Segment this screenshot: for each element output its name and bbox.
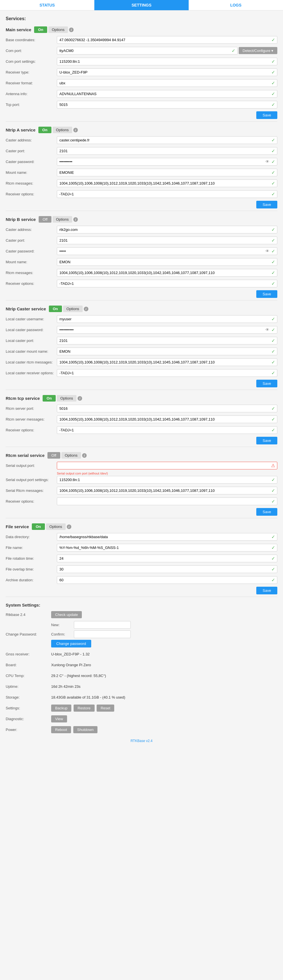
rtcm-tcp-options-button[interactable]: Options bbox=[57, 395, 77, 401]
serial-rtcm-messages-input[interactable] bbox=[57, 487, 277, 495]
confirm-password-input[interactable] bbox=[74, 630, 131, 638]
main-service-info-icon[interactable]: i bbox=[69, 27, 74, 32]
ntrip-b-info-icon[interactable]: i bbox=[73, 217, 78, 222]
local-caster-port-input[interactable] bbox=[57, 337, 277, 344]
restore-button[interactable]: Restore bbox=[74, 705, 94, 712]
local-caster-port-label: Local caster port: bbox=[6, 339, 57, 343]
ntrip-a-options-button[interactable]: Options bbox=[53, 127, 72, 133]
tab-settings[interactable]: SETTINGS bbox=[94, 0, 189, 10]
detect-configure-button[interactable]: Detect/Configure ▾ bbox=[239, 47, 277, 54]
serial-rtcm-messages-input-wrap: ✓ bbox=[57, 487, 277, 495]
ntrip-a-info-icon[interactable]: i bbox=[73, 128, 78, 132]
rtcm-tcp-save-button[interactable]: Save bbox=[256, 437, 277, 444]
ntrip-a-caster-port-input[interactable] bbox=[57, 147, 277, 155]
ntrip-b-caster-password-label: Caster password: bbox=[6, 249, 57, 253]
backup-button[interactable]: Backup bbox=[51, 705, 71, 712]
ntrip-b-caster-password-input[interactable] bbox=[57, 247, 277, 255]
tab-status[interactable]: STATUS bbox=[0, 0, 94, 10]
ntrip-caster-on-button[interactable]: On bbox=[49, 305, 62, 312]
data-directory-input[interactable] bbox=[57, 533, 277, 541]
ntrip-caster-info-icon[interactable]: i bbox=[84, 307, 88, 311]
rtcm-serial-save-button[interactable]: Save bbox=[256, 508, 277, 516]
ntrip-a-mount-name-input[interactable] bbox=[57, 169, 277, 177]
tcp-port-input[interactable] bbox=[57, 101, 277, 108]
file-service-on-button[interactable]: On bbox=[32, 523, 45, 530]
file-service-save-button[interactable]: Save bbox=[256, 587, 277, 594]
ntrip-a-caster-port-row: Caster port: ✓ bbox=[6, 146, 277, 155]
ntrip-b-rtcm-messages-input[interactable] bbox=[57, 269, 277, 277]
local-caster-password-input[interactable] bbox=[57, 326, 277, 334]
local-caster-mount-name-input-wrap: ✓ bbox=[57, 348, 277, 355]
ntrip-a-password-eye-icon[interactable]: 👁 bbox=[265, 159, 269, 164]
ntrip-a-save-button[interactable]: Save bbox=[256, 201, 277, 208]
main-service-on-button[interactable]: On bbox=[34, 26, 47, 33]
antenna-info-input-wrap: ✓ bbox=[57, 90, 277, 98]
com-port-settings-label: Com port settings: bbox=[6, 59, 57, 64]
local-caster-password-eye-icon[interactable]: 👁 bbox=[265, 328, 269, 332]
ntrip-a-rtcm-messages-input[interactable] bbox=[57, 180, 277, 187]
rtcm-tcp-on-button[interactable]: On bbox=[43, 395, 56, 401]
ntrip-b-receiver-options-input[interactable] bbox=[57, 280, 277, 287]
rtcm-serial-receiver-options-input[interactable] bbox=[57, 498, 277, 505]
version-footer: RTKBase v2.4 bbox=[6, 736, 277, 744]
serial-output-port-settings-input[interactable] bbox=[57, 476, 277, 484]
file-rotation-time-input[interactable] bbox=[57, 555, 277, 562]
main-service-options-button[interactable]: Options bbox=[48, 26, 68, 33]
reset-button[interactable]: Reset bbox=[97, 705, 114, 712]
ntrip-b-caster-address-check-icon: ✓ bbox=[271, 227, 275, 232]
ntrip-b-caster-address-input[interactable] bbox=[57, 226, 277, 234]
ntrip-caster-save-button[interactable]: Save bbox=[256, 380, 277, 387]
shutdown-button[interactable]: Shutdown bbox=[73, 726, 98, 733]
new-password-input[interactable] bbox=[74, 621, 131, 629]
local-caster-rtcm-messages-input[interactable] bbox=[57, 358, 277, 366]
rtcm-serial-info-icon[interactable]: i bbox=[82, 453, 87, 458]
file-overlap-time-check-icon: ✓ bbox=[271, 566, 275, 572]
rtcm-tcp-save-row: Save bbox=[6, 437, 277, 444]
receiver-type-input[interactable] bbox=[57, 68, 277, 76]
ntrip-a-caster-password-input[interactable] bbox=[57, 158, 277, 165]
serial-output-port-input[interactable] bbox=[57, 462, 277, 469]
file-service-info-icon[interactable]: i bbox=[67, 525, 71, 529]
rtcm-tcp-info-icon[interactable]: i bbox=[78, 396, 82, 401]
rtkbase-version-label: Rtkbase 2.4 bbox=[6, 612, 51, 617]
ntrip-a-rtcm-messages-row: Rtcm messages: ✓ bbox=[6, 179, 277, 188]
file-name-input[interactable] bbox=[57, 544, 277, 552]
file-service-options-button[interactable]: Options bbox=[46, 523, 66, 530]
file-overlap-time-input[interactable] bbox=[57, 565, 277, 573]
ntrip-b-caster-port-input[interactable] bbox=[57, 237, 277, 244]
change-password-button[interactable]: Change password bbox=[51, 640, 91, 648]
ntrip-b-save-button[interactable]: Save bbox=[256, 290, 277, 298]
main-service-save-button[interactable]: Save bbox=[256, 111, 277, 119]
rtcm-serial-options-button[interactable]: Options bbox=[61, 452, 81, 459]
check-update-button[interactable]: Check update bbox=[51, 611, 82, 618]
ntrip-b-password-eye-icon[interactable]: 👁 bbox=[265, 249, 269, 253]
rtcm-server-port-input[interactable] bbox=[57, 405, 277, 412]
base-coordinates-label: Base coordinates: bbox=[6, 38, 57, 42]
rtcm-server-messages-input[interactable] bbox=[57, 415, 277, 423]
ntrip-a-receiver-options-input[interactable] bbox=[57, 190, 277, 198]
com-port-input[interactable] bbox=[57, 47, 238, 54]
view-button[interactable]: View bbox=[51, 715, 67, 722]
antenna-info-input[interactable] bbox=[57, 90, 277, 98]
rtcm-serial-off-button[interactable]: Off bbox=[48, 452, 60, 459]
rtcm-tcp-receiver-options-input[interactable] bbox=[57, 426, 277, 434]
ntrip-a-on-button[interactable]: On bbox=[38, 127, 51, 133]
rtcm-server-messages-label: Rtcm server messages: bbox=[6, 417, 57, 422]
ntrip-a-caster-address-input[interactable] bbox=[57, 136, 277, 144]
main-service-controls: On Options i bbox=[34, 26, 74, 33]
ntrip-a-caster-password-label: Caster password: bbox=[6, 160, 57, 164]
local-caster-username-input[interactable] bbox=[57, 315, 277, 323]
tab-logs[interactable]: LOGS bbox=[189, 0, 283, 10]
ntrip-caster-options-button[interactable]: Options bbox=[63, 305, 83, 312]
ntrip-b-options-button[interactable]: Options bbox=[53, 216, 72, 223]
local-caster-username-check-icon: ✓ bbox=[271, 317, 275, 322]
receiver-format-input[interactable] bbox=[57, 79, 277, 87]
com-port-settings-input[interactable] bbox=[57, 58, 277, 65]
local-caster-receiver-options-input[interactable] bbox=[57, 369, 277, 377]
reboot-button[interactable]: Reboot bbox=[51, 726, 71, 733]
base-coordinates-input[interactable] bbox=[57, 36, 277, 44]
ntrip-b-off-button[interactable]: Off bbox=[38, 216, 51, 223]
archive-duration-input[interactable] bbox=[57, 576, 277, 584]
local-caster-mount-name-input[interactable] bbox=[57, 348, 277, 355]
ntrip-b-mount-name-input[interactable] bbox=[57, 258, 277, 266]
